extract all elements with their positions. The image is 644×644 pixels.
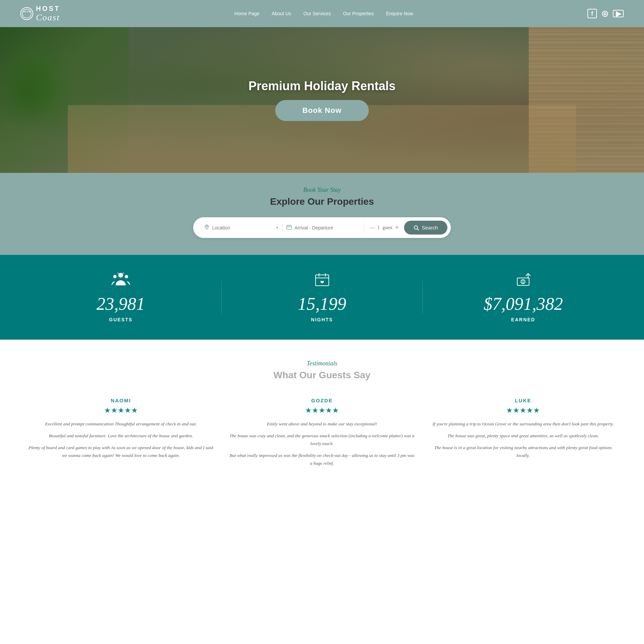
book-now-button[interactable]: Book Now <box>275 100 369 121</box>
testimonials-section: Testimonials What Our Guests Say NAOMI ★… <box>0 340 644 492</box>
logo-coast: Coast <box>36 13 60 23</box>
review-para-naomi-2: Beautiful and tasteful furniture. Love t… <box>27 432 215 440</box>
nav-enquire[interactable]: Enquire Now <box>386 11 413 16</box>
reviewer-name-gozde: GOZDE <box>228 398 416 403</box>
nav-home[interactable]: Home Page <box>234 11 259 16</box>
svg-rect-12 <box>316 275 329 286</box>
stats-section: 23,981 GUESTS 15,199 NIGHTS $ <box>0 255 644 340</box>
calendar-icon <box>286 224 292 231</box>
guest-increment-button[interactable]: + <box>395 224 399 231</box>
hero-section: Premium Holiday Rentals Book Now <box>0 27 644 173</box>
svg-point-2 <box>206 225 208 227</box>
logo-circle: ON THE <box>20 7 33 20</box>
stat-guests: 23,981 GUESTS <box>20 272 221 323</box>
search-button-label: Search <box>422 225 438 230</box>
svg-point-9 <box>118 273 123 278</box>
logo-host: HOST <box>36 5 60 13</box>
review-para-gozde-3: But what really impressed us was the fle… <box>228 452 416 467</box>
review-para-gozde-2: The house was cozy and clean, and the ge… <box>228 432 416 448</box>
nights-number: 15,199 <box>222 294 423 314</box>
stat-nights: 15,199 NIGHTS <box>222 272 423 323</box>
review-text-naomi: Excellent and prompt communication Thoug… <box>27 420 215 460</box>
stat-earned: $ $7,091,382 EARNED <box>423 272 624 323</box>
hero-title: Premium Holiday Rentals <box>248 79 396 93</box>
reviewer-name-naomi: NAOMI <box>27 398 215 403</box>
social-icons: f ◎ ▶ <box>587 9 624 18</box>
svg-point-11 <box>125 275 128 278</box>
guest-count: — <box>370 225 375 230</box>
testimonials-grid: NAOMI ★★★★★ Excellent and prompt communi… <box>27 398 617 471</box>
logo: ON THE HOST Coast <box>20 5 60 23</box>
header: ON THE HOST Coast Home Page About Us Our… <box>0 0 644 27</box>
guest-number: 1 <box>377 225 380 230</box>
review-para-luke-3: The house is in a great location for vis… <box>429 444 617 460</box>
guest-field: — 1 guest + <box>364 223 404 233</box>
svg-rect-3 <box>287 225 291 229</box>
nights-icon <box>222 272 423 290</box>
instagram-icon[interactable]: ◎ <box>602 9 608 18</box>
testimonials-title: What Our Guests Say <box>27 370 617 381</box>
stars-luke: ★★★★★ <box>429 406 617 415</box>
search-title: Explore Our Properties <box>7 196 637 207</box>
search-section: Book Your Stay Explore Our Properties ▾ <box>0 173 644 255</box>
testimonial-naomi: NAOMI ★★★★★ Excellent and prompt communi… <box>27 398 215 471</box>
nights-label: NIGHTS <box>311 317 333 322</box>
location-field[interactable]: ▾ <box>200 223 282 233</box>
review-para-naomi-1: Excellent and prompt communication Thoug… <box>27 420 215 428</box>
review-text-luke: If you're planning a trip to Ocean Grove… <box>429 420 617 460</box>
review-para-naomi-3: Plenty of board and card games to play w… <box>27 444 215 460</box>
earned-icon: $ <box>423 272 624 290</box>
nav-properties[interactable]: Our Properties <box>343 11 374 16</box>
date-input[interactable] <box>295 225 360 230</box>
date-field[interactable] <box>282 223 365 233</box>
guests-number: 23,981 <box>20 294 221 314</box>
main-nav: Home Page About Us Our Services Our Prop… <box>234 11 413 16</box>
svg-point-10 <box>113 275 117 278</box>
location-input[interactable] <box>212 225 274 230</box>
guest-label: guest <box>382 225 393 230</box>
guests-icon <box>20 272 221 290</box>
nav-services[interactable]: Our Services <box>303 11 331 16</box>
testimonials-subtitle: Testimonials <box>27 360 617 367</box>
earned-label: EARNED <box>511 317 535 322</box>
guests-label: GUESTS <box>109 317 133 322</box>
review-text-gozde: Emily went above and beyond to make our … <box>228 420 416 467</box>
youtube-icon[interactable]: ▶ <box>613 10 624 17</box>
facebook-icon[interactable]: f <box>587 9 597 18</box>
svg-line-8 <box>417 229 419 230</box>
review-para-luke-1: If you're planning a trip to Ocean Grove… <box>429 420 617 428</box>
earned-number: $7,091,382 <box>423 294 624 314</box>
svg-text:$: $ <box>522 280 524 284</box>
nav-about[interactable]: About Us <box>271 11 291 16</box>
svg-text:ON THE: ON THE <box>23 11 31 13</box>
stars-naomi: ★★★★★ <box>27 406 215 415</box>
review-para-luke-2: The house was great, plenty space and gr… <box>429 432 617 440</box>
search-icon <box>414 225 419 230</box>
search-button[interactable]: Search <box>404 221 447 235</box>
hero-content: Premium Holiday Rentals Book Now <box>248 79 396 121</box>
stars-gozde: ★★★★★ <box>228 406 416 415</box>
testimonial-luke: LUKE ★★★★★ If you're planning a trip to … <box>429 398 617 471</box>
testimonial-gozde: GOZDE ★★★★★ Emily went above and beyond … <box>228 398 416 471</box>
location-icon <box>204 224 209 231</box>
reviewer-name-luke: LUKE <box>429 398 617 403</box>
search-subtitle: Book Your Stay <box>7 186 637 194</box>
location-dropdown-icon: ▾ <box>276 226 278 229</box>
review-para-gozde-1: Emily went above and beyond to make our … <box>228 420 416 428</box>
logo-text-wrapper: HOST Coast <box>36 5 60 23</box>
search-bar: ▾ — 1 guest + <box>193 217 451 238</box>
